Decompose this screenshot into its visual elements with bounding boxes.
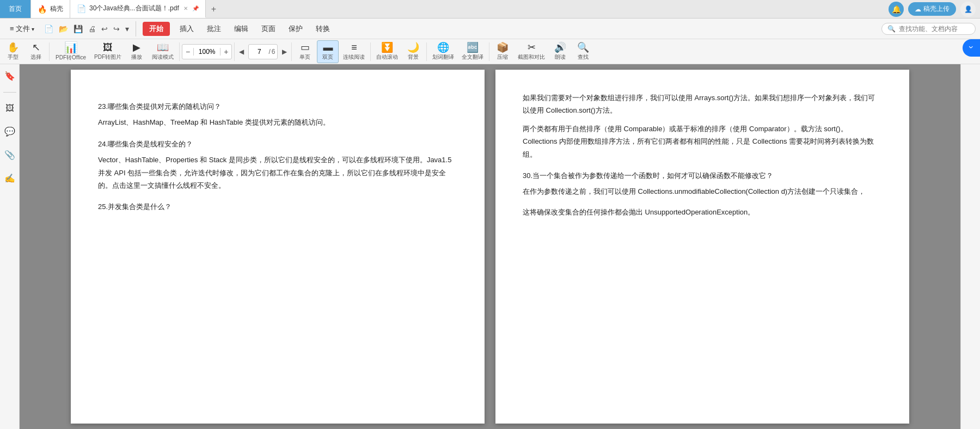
- read-aloud-btn[interactable]: 🔊 朗读: [549, 41, 571, 63]
- full-translate-btn[interactable]: 🔤 全文翻译: [458, 41, 487, 63]
- zoom-out-btn[interactable]: −: [182, 44, 193, 59]
- zoom-in-btn[interactable]: +: [220, 44, 231, 59]
- sidebar-sign-icon[interactable]: ✍: [2, 171, 17, 186]
- word-translate-label: 划词翻译: [432, 53, 454, 61]
- search-icon: 🔍: [887, 25, 896, 33]
- read-icon: 📖: [157, 42, 169, 52]
- full-translate-label: 全文翻译: [462, 53, 483, 61]
- tab-pdf[interactable]: 📄 30个Java经典...合面试题！.pdf ✕ 📌: [70, 0, 206, 18]
- pdf-office-label: PDF转Office: [56, 54, 86, 62]
- toolbar-row2: ✋ 手型 ↖ 选择 📊 PDF转Office 🖼 PDF转图片 ▶ 播放 📖 阅…: [0, 39, 980, 64]
- compress-btn[interactable]: 📦 压缩: [492, 41, 513, 63]
- sidebar-bookmark-icon[interactable]: 🔖: [2, 69, 17, 83]
- tab-home[interactable]: 首页: [0, 0, 31, 18]
- upload-label: 稿壳上传: [923, 4, 950, 14]
- play-btn[interactable]: ▶ 播放: [126, 41, 148, 63]
- zoom-control: − 100% +: [182, 44, 232, 59]
- hand-btn[interactable]: ✋ 手型: [2, 41, 24, 63]
- pdf-img-btn[interactable]: 🖼 PDF转图片: [91, 41, 125, 63]
- pdf-office-btn[interactable]: 📊 PDF转Office: [52, 40, 90, 63]
- page-nav: / 6: [248, 44, 278, 59]
- auto-scroll-btn[interactable]: ⏬ 自动滚动: [373, 41, 401, 63]
- upload-btn[interactable]: ☁ 稿壳上传: [908, 2, 956, 16]
- answer-24: Vector、HashTable、Properties 和 Stack 是同步类…: [98, 154, 457, 192]
- continuous-btn[interactable]: ≡ 连续阅读: [340, 41, 368, 63]
- insert-menu[interactable]: 插入: [174, 22, 199, 36]
- pdf-office-icon: 📊: [64, 42, 78, 53]
- print-btn[interactable]: 🖨: [86, 22, 98, 35]
- question-24: 24.哪些集合类是线程安全的？: [98, 138, 457, 150]
- double-page-label: 双页: [322, 53, 333, 61]
- comment-menu[interactable]: 批注: [201, 22, 226, 36]
- left-sidebar: 🔖 🖼 💬 📎 ✍: [0, 64, 20, 429]
- search-input[interactable]: [899, 25, 970, 33]
- redo-btn[interactable]: ↪: [111, 22, 122, 35]
- search-box[interactable]: 🔍: [881, 23, 976, 35]
- redo-arrow-btn[interactable]: ▾: [123, 22, 131, 35]
- select-btn[interactable]: ↖ 选择: [25, 41, 47, 63]
- hand-label: 手型: [8, 53, 19, 61]
- next-page-btn[interactable]: ▶: [280, 47, 289, 57]
- open-btn[interactable]: 📂: [57, 22, 70, 35]
- draft-tab-label: 稿壳: [50, 4, 63, 14]
- avatar[interactable]: 👤: [960, 2, 976, 17]
- convert-menu[interactable]: 转换: [310, 22, 335, 36]
- file-menu[interactable]: ≡ 文件: [4, 22, 40, 36]
- tab-add-btn[interactable]: +: [206, 0, 222, 18]
- bg-btn[interactable]: 🌙 背景: [402, 41, 424, 63]
- select-label: 选择: [30, 53, 41, 61]
- single-page-label: 单页: [299, 53, 310, 61]
- draft-icon: 🔥: [38, 5, 47, 14]
- find-btn[interactable]: 🔍 查找: [572, 41, 594, 63]
- avatar-icon: 👤: [964, 5, 972, 13]
- bg-label: 背景: [408, 53, 419, 61]
- play-label: 播放: [131, 53, 142, 61]
- save-btn[interactable]: 💾: [71, 22, 85, 35]
- tab-draft[interactable]: 🔥 稿壳: [31, 0, 70, 18]
- corner-float-btn[interactable]: ›: [963, 39, 980, 57]
- home-tab-label: 首页: [9, 4, 22, 14]
- screenshot-btn[interactable]: ✂ 截图和对比: [514, 41, 548, 63]
- main-area: 🔖 🖼 💬 📎 ✍ 23.哪些集合类提供对元素的随机访问？ ArrayList、…: [0, 64, 980, 429]
- question-23: 23.哪些集合类提供对元素的随机访问？: [98, 100, 457, 113]
- sidebar-image-icon[interactable]: 🖼: [3, 101, 16, 115]
- prev-page-btn[interactable]: ◀: [237, 47, 246, 57]
- pdf-area[interactable]: 23.哪些集合类提供对元素的随机访问？ ArrayList、HashMap、Tr…: [20, 64, 960, 429]
- start-btn[interactable]: 开始: [143, 22, 170, 36]
- notification-btn[interactable]: 🔔: [889, 2, 904, 17]
- screenshot-icon: ✂: [528, 42, 536, 52]
- double-page-icon: ▬: [323, 42, 333, 52]
- sidebar-comment-icon[interactable]: 💬: [2, 124, 17, 139]
- answer-23: ArrayList、HashMap、TreeMap 和 HashTable 类提…: [98, 116, 457, 128]
- word-translate-btn[interactable]: 🌐 划词翻译: [429, 41, 457, 63]
- compress-label: 压缩: [497, 53, 508, 61]
- continuous-label: 连续阅读: [343, 53, 365, 61]
- new-file-btn[interactable]: 📄: [42, 22, 56, 35]
- right-text2: 两个类都有用于自然排序（使用 Comparable）或基于标准的排序（使用 Co…: [523, 122, 882, 161]
- edit-menu[interactable]: 编辑: [229, 22, 254, 36]
- double-page-btn[interactable]: ▬ 双页: [317, 40, 339, 63]
- pdf-tab-label: 30个Java经典...合面试题！.pdf: [89, 4, 179, 13]
- full-translate-icon: 🔤: [467, 42, 479, 52]
- play-icon: ▶: [133, 42, 140, 52]
- question-30: 30.当一个集合被作为参数传递给一个函数时，如何才可以确保函数不能修改它？: [523, 169, 882, 182]
- page-total: /: [268, 48, 270, 56]
- single-page-btn[interactable]: ▭ 单页: [294, 41, 316, 63]
- bg-icon: 🌙: [407, 42, 419, 52]
- pdf-img-icon: 🖼: [103, 42, 113, 52]
- page-menu[interactable]: 页面: [256, 22, 281, 36]
- read-btn[interactable]: 📖 阅读模式: [149, 41, 177, 63]
- screenshot-label: 截图和对比: [518, 53, 545, 61]
- sidebar-attach-icon[interactable]: 📎: [2, 148, 17, 162]
- tab-close-btn[interactable]: ✕: [182, 4, 189, 13]
- undo-btn[interactable]: ↩: [99, 22, 110, 35]
- protect-menu[interactable]: 保护: [283, 22, 308, 36]
- pdf-img-label: PDF转图片: [94, 53, 121, 61]
- notification-icon: 🔔: [892, 5, 901, 14]
- right-sidebar: [960, 64, 980, 429]
- page-total-val: 6: [272, 48, 275, 56]
- zoom-value[interactable]: 100%: [193, 48, 220, 56]
- page-current-input[interactable]: [251, 48, 267, 56]
- page-nav-area: ◀ / 6 ▶: [237, 44, 289, 59]
- question-25: 25.并发集合类是什么？: [98, 200, 457, 213]
